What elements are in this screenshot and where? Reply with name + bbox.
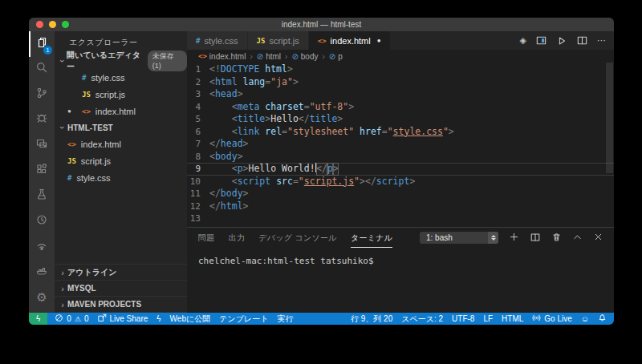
editor-scrollbar[interactable] xyxy=(606,63,613,173)
maximize-panel-button[interactable] xyxy=(572,232,583,244)
open-editors-header[interactable]: › 開いているエディター 未保存 (1) xyxy=(55,53,187,69)
code-line[interactable]: 4 <meta charset="utf-8"> xyxy=(187,101,614,114)
symbol-icon: ⊘ xyxy=(329,52,335,61)
maven-projects-section-header[interactable]: › MAVEN PROJECTS xyxy=(55,297,187,313)
chevron-right-icon: › xyxy=(58,284,67,293)
line-number: 5 xyxy=(187,113,209,126)
open-editor-script-js[interactable]: JS script.js xyxy=(55,86,187,103)
close-panel-button[interactable] xyxy=(593,232,603,244)
new-terminal-button[interactable] xyxy=(509,232,519,244)
live-share-status[interactable]: Live Share xyxy=(98,313,148,324)
modified-dot-icon[interactable]: ● xyxy=(377,37,381,44)
live-share-activity-button[interactable] xyxy=(29,233,55,259)
code-line[interactable]: 6 <link rel="stylesheet" href="style.css… xyxy=(187,126,614,139)
line-number: 4 xyxy=(187,101,209,114)
breadcrumb-body[interactable]: ⊘ body xyxy=(291,52,318,61)
tab-style-css[interactable]: # style.css xyxy=(187,31,248,50)
code-line[interactable]: 2<html lang="ja"> xyxy=(187,76,614,89)
code-line[interactable]: 9 <p>Hello World!</p> xyxy=(187,163,614,176)
tab-output[interactable]: 出力 xyxy=(229,228,246,248)
status-bar: ϟ 0 ⚠ 0 Live Share ϟ Webに公開 テンプレート 実行 xyxy=(29,313,614,325)
line-number: 7 xyxy=(187,138,209,151)
tab-index-html[interactable]: <> index.html ● xyxy=(309,31,391,50)
code-editor[interactable]: 1<!DOCTYPE html>2<html lang="ja">3<head>… xyxy=(187,63,614,227)
publish-web-status[interactable]: Webに公開 xyxy=(170,313,211,325)
code-line[interactable]: 12</html> xyxy=(187,200,614,213)
git-branch-icon xyxy=(35,87,48,103)
source-control-activity-button[interactable] xyxy=(29,82,55,107)
code-line[interactable]: 8<body> xyxy=(187,151,614,164)
html-file-icon: <> xyxy=(67,140,76,148)
eol-status[interactable]: LF xyxy=(483,314,493,323)
run-button[interactable] xyxy=(556,35,567,47)
close-window-button[interactable] xyxy=(36,21,43,28)
zoom-window-button[interactable] xyxy=(62,21,69,28)
editor-actions: ◈ ⋯ xyxy=(520,31,614,50)
problems-status[interactable]: 0 ⚠ 0 xyxy=(55,313,88,324)
chevron-down-icon: › xyxy=(58,123,67,132)
settings-activity-button[interactable]: ⚙ xyxy=(29,284,55,309)
kill-terminal-button[interactable] xyxy=(551,232,562,244)
tab-terminal[interactable]: ターミナル xyxy=(351,228,392,248)
debug-activity-button[interactable] xyxy=(29,107,55,133)
split-terminal-button[interactable] xyxy=(530,232,541,245)
outline-section-header[interactable]: › アウトライン xyxy=(55,265,187,281)
screens-icon xyxy=(35,137,48,153)
breadcrumb-separator: › xyxy=(250,52,252,61)
language-mode-status[interactable]: HTML xyxy=(502,314,523,323)
breadcrumb-html[interactable]: ⊘ html xyxy=(257,52,281,61)
indentation-status[interactable]: スペース: 2 xyxy=(401,313,443,325)
mysql-section-header[interactable]: › MYSQL xyxy=(55,281,187,297)
lightning-status[interactable]: ϟ xyxy=(156,314,160,323)
explorer-activity-button[interactable]: 1 xyxy=(29,31,55,57)
whale-icon xyxy=(35,264,48,280)
template-status[interactable]: テンプレート xyxy=(219,313,268,325)
breadcrumb-file[interactable]: <> index.html xyxy=(198,52,246,61)
html-file-icon: <> xyxy=(318,37,327,45)
terminal-output[interactable]: chelchel-mac:html-test tatsuhiko$ xyxy=(187,248,614,313)
tree-item-index-html[interactable]: <> index.html xyxy=(55,135,187,152)
split-editor-button[interactable] xyxy=(576,34,588,47)
breadcrumb-p[interactable]: ⊘ p xyxy=(329,52,343,61)
line-number: 11 xyxy=(187,188,209,200)
open-preview-button[interactable] xyxy=(535,34,547,47)
chevron-right-icon: › xyxy=(58,300,67,309)
tree-item-script-js[interactable]: JS script.js xyxy=(55,152,187,169)
code-line[interactable]: 13 xyxy=(187,212,614,225)
run-status[interactable]: 実行 xyxy=(277,313,293,325)
more-actions-button[interactable]: ⋯ xyxy=(597,35,606,46)
remote-indicator[interactable]: ϟ xyxy=(29,313,47,325)
open-editor-index-html[interactable]: ● <> index.html xyxy=(55,103,187,119)
code-line[interactable]: 11</body> xyxy=(187,188,614,200)
search-activity-button[interactable] xyxy=(29,57,55,83)
code-line[interactable]: 7</head> xyxy=(187,138,614,151)
open-editor-style-css[interactable]: # style.css xyxy=(55,69,187,86)
docker-activity-button[interactable] xyxy=(29,259,55,285)
minimize-window-button[interactable] xyxy=(49,21,56,28)
css-file-icon: # xyxy=(67,174,71,182)
terminal-shell-select[interactable]: 1: bash xyxy=(420,232,498,244)
line-number: 13 xyxy=(187,212,209,225)
code-line[interactable]: 1<!DOCTYPE html> xyxy=(187,63,614,76)
tab-problems[interactable]: 問題 xyxy=(198,228,215,248)
feedback-status[interactable]: ☺ xyxy=(581,314,589,323)
title-bar[interactable]: index.html — html-test xyxy=(29,18,614,31)
tab-debug-console[interactable]: デバッグ コンソール xyxy=(258,228,337,248)
cursor-position-status[interactable]: 行 9、列 20 xyxy=(351,313,392,325)
code-line[interactable]: 5 <title>Hello</title> xyxy=(187,113,614,126)
folder-header[interactable]: › HTML-TEST xyxy=(55,119,187,135)
encoding-status[interactable]: UTF-8 xyxy=(452,314,474,323)
code-line[interactable]: 10 <script src="script.js"></script> xyxy=(187,176,614,188)
tab-script-js[interactable]: JS script.js xyxy=(248,31,309,50)
go-live-status[interactable]: Go Live xyxy=(532,313,571,324)
time-tracker-activity-button[interactable] xyxy=(29,208,55,234)
code-line[interactable]: 3<head> xyxy=(187,88,614,101)
tree-item-style-css[interactable]: # style.css xyxy=(55,169,187,186)
remote-explorer-activity-button[interactable] xyxy=(29,132,55,158)
extensions-activity-button[interactable] xyxy=(29,158,55,184)
live-share-session-button[interactable]: ◈ xyxy=(520,35,526,46)
symbol-icon: ⊘ xyxy=(257,52,263,61)
test-explorer-activity-button[interactable] xyxy=(29,183,55,208)
notifications-status[interactable] xyxy=(598,313,607,324)
line-number: 1 xyxy=(187,63,209,76)
